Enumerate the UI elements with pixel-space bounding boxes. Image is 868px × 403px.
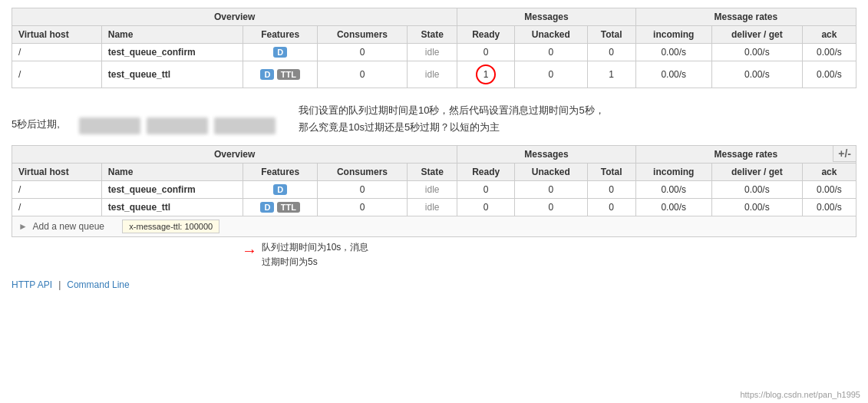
features-cell: D TTL [243, 61, 318, 88]
table-row: / test_queue_ttl D TTL 0 idle 0 0 0 0.00… [12, 199, 856, 216]
ready-circle: 1 [476, 64, 496, 84]
col-consumers: Consumers [317, 26, 407, 44]
col2-features: Features [243, 164, 318, 181]
deliver-get-cell: 0.00/s [711, 181, 802, 199]
plus-minus-button[interactable]: +/- [833, 145, 856, 162]
unacked-cell: 0 [515, 199, 587, 216]
badge-ttl: TTL [277, 69, 300, 80]
bottom-annotation: → 队列过期时间为10s，消息过期时间为5s [242, 240, 856, 269]
annotation-blurred-boxes [79, 117, 276, 134]
col2-total: Total [587, 164, 635, 181]
col2-deliver-get: deliver / get [711, 164, 802, 181]
badge-d: D [260, 69, 274, 80]
col-incoming: incoming [635, 26, 711, 44]
col-features: Features [243, 26, 318, 44]
state-link[interactable]: idle [425, 47, 440, 58]
annotation-left-text: 5秒后过期, [12, 102, 73, 131]
ready-cell: 0 [457, 199, 515, 216]
col2-name: Name [101, 164, 243, 181]
state-link[interactable]: idle [425, 184, 440, 195]
badge-d: D [273, 47, 287, 58]
name-cell[interactable]: test_queue_ttl [101, 199, 243, 216]
state-cell: idle [408, 44, 457, 61]
tooltip-box: x-message-ttl: 100000 [122, 220, 219, 233]
badge-ttl: TTL [277, 202, 300, 213]
col2-ready: Ready [457, 164, 515, 181]
col-ready: Ready [457, 26, 515, 44]
col2-incoming: incoming [635, 164, 711, 181]
name-cell[interactable]: test_queue_confirm [101, 181, 243, 199]
command-line-link[interactable]: Command Line [67, 279, 129, 290]
ready-cell: 1 [457, 61, 515, 88]
name-cell[interactable]: test_queue_ttl [101, 61, 243, 88]
state-cell: idle [408, 61, 457, 88]
consumers-cell: 0 [317, 199, 407, 216]
ack-cell: 0.00/s [802, 61, 856, 88]
footer-separator: | [58, 279, 61, 290]
table-row: / test_queue_confirm D 0 idle 0 0 0 0.00… [12, 44, 856, 61]
http-api-link[interactable]: HTTP API [12, 279, 52, 290]
add-queue-row[interactable]: ► Add a new queue x-message-ttl: 100000 [12, 216, 856, 237]
table-row: / test_queue_ttl D TTL 0 idle 1 0 1 0.00… [12, 61, 856, 88]
col2-consumers: Consumers [317, 164, 407, 181]
blur-box-1 [79, 117, 140, 134]
deliver-get-cell: 0.00/s [711, 44, 802, 61]
bottom-annotation-arrow-icon: → [242, 242, 257, 259]
features-cell: D [243, 181, 318, 199]
footer: HTTP API | Command Line [12, 279, 856, 290]
col-total: Total [587, 26, 635, 44]
second-table-messages-header: Messages [457, 146, 635, 164]
incoming-cell: 0.00/s [635, 199, 711, 216]
consumers-cell: 0 [317, 44, 407, 61]
first-table-section: Overview Messages Message rates Virtual … [12, 8, 856, 88]
second-table-overview-header: Overview [12, 146, 457, 164]
deliver-get-cell: 0.00/s [711, 61, 802, 88]
unacked-cell: 0 [515, 44, 587, 61]
second-queue-table: Overview Messages Message rates Virtual … [12, 145, 856, 237]
col2-ack: ack [802, 164, 856, 181]
total-cell: 0 [587, 181, 635, 199]
ready-cell: 0 [457, 44, 515, 61]
col-vhost: Virtual host [12, 26, 102, 44]
ack-cell: 0.00/s [802, 181, 856, 199]
col2-unacked: Unacked [515, 164, 587, 181]
page-wrapper: Overview Messages Message rates Virtual … [0, 0, 868, 298]
badge-d: D [260, 202, 274, 213]
col-name: Name [101, 26, 243, 44]
first-table-overview-header: Overview [12, 8, 457, 26]
state-link[interactable]: idle [425, 69, 440, 80]
ack-cell: 0.00/s [802, 199, 856, 216]
name-cell[interactable]: test_queue_confirm [101, 44, 243, 61]
incoming-cell: 0.00/s [635, 61, 711, 88]
first-queue-table: Overview Messages Message rates Virtual … [12, 8, 856, 88]
incoming-cell: 0.00/s [635, 181, 711, 199]
ready-cell: 0 [457, 181, 515, 199]
second-table-section: +/- Overview Messages Message rates Virt… [12, 145, 856, 269]
vhost-cell: / [12, 181, 102, 199]
vhost-cell: / [12, 44, 102, 61]
vhost-cell: / [12, 199, 102, 216]
col-deliver-get: deliver / get [711, 26, 802, 44]
total-cell: 0 [587, 44, 635, 61]
add-queue-cell[interactable]: ► Add a new queue x-message-ttl: 100000 [12, 216, 856, 237]
col-unacked: Unacked [515, 26, 587, 44]
unacked-cell: 0 [515, 181, 587, 199]
annotation-right-text: 我们设置的队列过期时间是10秒，然后代码设置消息过期时间为5秒，那么究竟是10s… [299, 102, 605, 136]
state-cell: idle [408, 181, 457, 199]
state-cell: idle [408, 199, 457, 216]
state-link[interactable]: idle [425, 202, 440, 213]
incoming-cell: 0.00/s [635, 44, 711, 61]
total-cell: 0 [587, 199, 635, 216]
add-queue-label: Add a new queue [33, 221, 104, 232]
col-state: State [408, 26, 457, 44]
unacked-cell: 0 [515, 61, 587, 88]
first-table-rates-header: Message rates [635, 8, 856, 26]
blur-box-3 [214, 117, 276, 134]
ack-cell: 0.00/s [802, 44, 856, 61]
bottom-annotation-text: 队列过期时间为10s，消息过期时间为5s [262, 240, 368, 269]
second-table-rates-header: Message rates [635, 146, 856, 164]
vhost-cell: / [12, 61, 102, 88]
col2-state: State [408, 164, 457, 181]
consumers-cell: 0 [317, 61, 407, 88]
first-table-messages-header: Messages [457, 8, 635, 26]
